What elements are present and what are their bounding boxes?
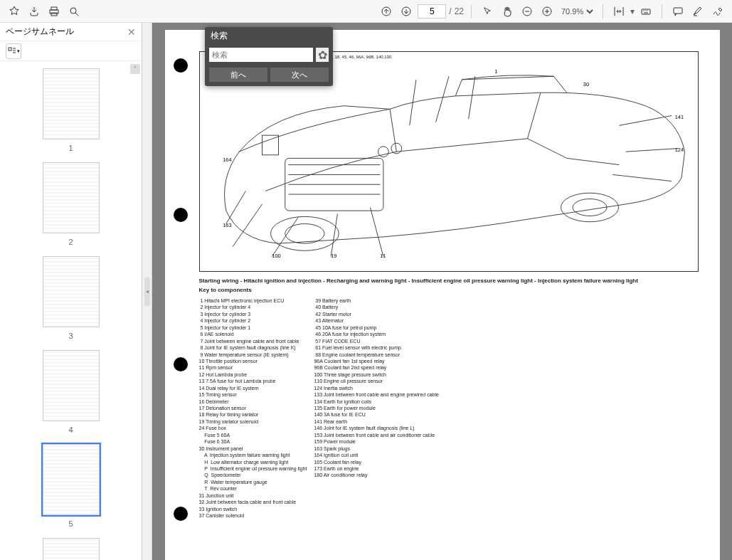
search-icon[interactable] xyxy=(65,3,83,20)
binder-hole xyxy=(174,58,188,73)
sign-icon[interactable] xyxy=(709,3,726,20)
collapse-handle[interactable]: ◂ xyxy=(144,278,150,306)
search-panel: 検索 ✿ 前へ 次へ xyxy=(205,27,333,86)
binder-hole xyxy=(174,357,188,371)
page-input[interactable] xyxy=(418,4,446,19)
thumb-5[interactable] xyxy=(43,444,100,515)
binder-hole xyxy=(174,208,188,222)
svg-text:11: 11 xyxy=(380,253,386,259)
keyboard-icon[interactable] xyxy=(637,3,654,20)
thumb-6[interactable] xyxy=(43,538,100,560)
sidebar-title: ページサムネール xyxy=(6,26,74,38)
zoom-out-icon[interactable] xyxy=(519,3,536,20)
thumb-label: 3 xyxy=(0,332,142,340)
svg-text:1: 1 xyxy=(494,68,497,75)
svg-point-14 xyxy=(573,199,607,216)
search-next-button[interactable]: 次へ xyxy=(270,68,329,82)
zoom-select[interactable]: 70.9% xyxy=(558,6,595,16)
svg-text:164: 164 xyxy=(223,157,231,163)
download-icon[interactable] xyxy=(26,3,43,20)
print-icon[interactable] xyxy=(46,3,63,20)
dropdown-caret[interactable]: ▾ xyxy=(630,6,635,16)
components-col-1: 1 Hitachi MPI electronic injection ECU 2… xyxy=(199,297,307,519)
svg-text:100: 100 xyxy=(272,253,280,259)
search-title: 検索 xyxy=(205,27,333,45)
svg-rect-0 xyxy=(51,7,57,10)
thumb-4[interactable] xyxy=(43,350,100,421)
svg-point-13 xyxy=(561,193,618,222)
search-prev-button[interactable]: 前へ xyxy=(209,68,267,82)
page-separator: / xyxy=(449,6,451,16)
thumb-label: 2 xyxy=(0,238,142,246)
svg-rect-8 xyxy=(642,9,650,14)
svg-point-17 xyxy=(391,143,401,154)
svg-text:19: 19 xyxy=(331,253,336,259)
search-input[interactable] xyxy=(209,48,313,62)
zoom-in-icon[interactable] xyxy=(539,3,556,20)
pdf-page: 135, 7, 13, 14, 18, 45, 46, 96A, 96B, 14… xyxy=(165,30,720,560)
content-area[interactable]: 検索 ✿ 前へ 次へ 135, 7, 13, 14, 18, 45, 46, 9… xyxy=(152,23,732,560)
svg-point-11 xyxy=(270,216,339,250)
binder-hole xyxy=(174,507,188,521)
thumbnails: ˆ 1 2 3 4 5 xyxy=(0,61,142,560)
divider: ◂ xyxy=(142,23,152,560)
bookmark-icon[interactable] xyxy=(6,3,23,20)
toolbar: / 22 70.9% ▾ xyxy=(0,0,732,23)
fit-width-icon[interactable] xyxy=(610,3,627,20)
pointer-icon[interactable] xyxy=(479,3,496,20)
svg-rect-10 xyxy=(9,48,11,51)
key-title: Key to components xyxy=(199,287,699,293)
svg-point-12 xyxy=(285,224,324,244)
svg-text:124: 124 xyxy=(674,147,683,153)
svg-point-3 xyxy=(70,8,76,14)
hand-icon[interactable] xyxy=(499,3,516,20)
thumb-label: 1 xyxy=(0,144,142,152)
close-icon[interactable]: ✕ xyxy=(127,26,136,38)
thumb-options-icon[interactable]: ▾ xyxy=(6,43,21,59)
diagram-caption: Starting wiring - Hitachi ignition and i… xyxy=(199,278,699,284)
highlight-icon[interactable] xyxy=(689,3,706,20)
main-area: ページサムネール ✕ ▾ ˆ 1 2 3 4 5 ◂ 検索 ✿ xyxy=(0,23,732,560)
page-up-icon[interactable] xyxy=(378,3,395,20)
thumb-3[interactable] xyxy=(43,256,100,327)
svg-point-16 xyxy=(378,147,388,157)
comment-icon[interactable] xyxy=(669,3,686,20)
sidebar: ページサムネール ✕ ▾ ˆ 1 2 3 4 5 xyxy=(0,23,142,560)
scroll-up-icon[interactable]: ˆ xyxy=(130,64,140,74)
thumb-label: 5 xyxy=(0,519,142,528)
sidebar-header: ページサムネール ✕ xyxy=(0,23,142,41)
components-col-2: 39 Battery earth 40 Battery 42 Starter m… xyxy=(314,297,439,519)
components-list: 1 Hitachi MPI electronic injection ECU 2… xyxy=(199,297,699,519)
gear-icon[interactable]: ✿ xyxy=(316,48,329,62)
svg-text:163: 163 xyxy=(223,222,231,228)
svg-text:141: 141 xyxy=(674,114,683,120)
thumb-2[interactable] xyxy=(43,162,100,233)
thumb-1[interactable] xyxy=(43,68,100,139)
svg-rect-9 xyxy=(674,8,682,14)
page-total: 22 xyxy=(455,6,464,16)
svg-rect-18 xyxy=(262,135,278,155)
page-down-icon[interactable] xyxy=(398,3,415,20)
svg-text:30: 30 xyxy=(583,81,588,88)
sidebar-tools: ▾ xyxy=(0,41,142,61)
thumb-label: 4 xyxy=(0,426,142,434)
